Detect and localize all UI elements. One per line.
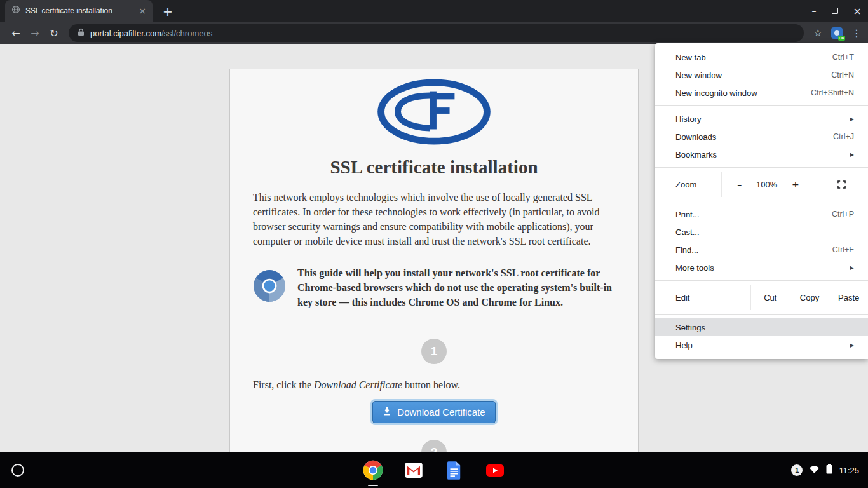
- clock: 11:25: [839, 466, 859, 475]
- menu-item-find[interactable]: Find... Ctrl+F: [655, 241, 868, 259]
- page-title: SSL certificate installation: [253, 157, 615, 178]
- guide-block: This guide will help you install your ne…: [253, 266, 615, 310]
- close-icon[interactable]: ×: [853, 5, 862, 17]
- submenu-arrow-icon: ▶: [850, 152, 854, 158]
- instruction-prefix: First, click the: [253, 379, 314, 390]
- launcher-button[interactable]: [11, 464, 24, 477]
- status-tray[interactable]: 1 11:25: [791, 452, 859, 488]
- submenu-arrow-icon: ▶: [850, 342, 854, 348]
- url-host: portal.cipafilter.com: [90, 29, 161, 38]
- forward-icon[interactable]: →: [25, 27, 44, 39]
- url-text: portal.cipafilter.com/ssl/chromeos: [90, 27, 212, 39]
- notification-badge: 1: [791, 464, 803, 476]
- chromium-logo-icon: [253, 269, 286, 305]
- battery-icon: [826, 464, 832, 477]
- instruction-button-name: Download Certificate: [314, 379, 402, 390]
- intro-paragraph: This network employs technologies which …: [253, 191, 615, 249]
- wifi-icon: [809, 464, 820, 477]
- zoom-in-button[interactable]: +: [788, 179, 803, 189]
- extension-badge: OK: [838, 36, 845, 41]
- menu-item-zoom: Zoom – 100% +: [655, 172, 868, 197]
- cut-button[interactable]: Cut: [750, 285, 790, 310]
- cipafilter-logo-icon: [253, 78, 615, 148]
- menu-item-new-incognito-window[interactable]: New incognito window Ctrl+Shift+N: [655, 84, 868, 102]
- menu-separator: [655, 280, 868, 281]
- bookmark-star-icon[interactable]: ☆: [814, 27, 822, 39]
- download-icon: [383, 407, 391, 417]
- zoom-out-button[interactable]: –: [733, 179, 745, 189]
- menu-item-settings[interactable]: Settings: [655, 318, 868, 336]
- download-button-label: Download Certificate: [397, 407, 485, 417]
- menu-item-bookmarks[interactable]: Bookmarks ▶: [655, 146, 868, 163]
- fullscreen-button[interactable]: [815, 172, 868, 197]
- chrome-app-icon[interactable]: [363, 460, 383, 480]
- youtube-app-icon[interactable]: [485, 460, 505, 480]
- step1-instruction: First, click the Download Certificate bu…: [253, 379, 615, 391]
- instruction-suffix: button below.: [402, 379, 460, 390]
- browser-tab[interactable]: SSL certificate installation ×: [5, 0, 153, 22]
- submenu-arrow-icon: ▶: [850, 265, 854, 271]
- submenu-arrow-icon: ▶: [850, 116, 854, 122]
- menu-item-history[interactable]: History ▶: [655, 110, 868, 128]
- gmail-app-icon[interactable]: [403, 460, 424, 480]
- menu-item-help[interactable]: Help ▶: [655, 336, 868, 354]
- copy-button[interactable]: Copy: [790, 285, 829, 310]
- paste-button[interactable]: Paste: [829, 285, 868, 310]
- maximize-icon[interactable]: [832, 8, 838, 14]
- menu-item-more-tools[interactable]: More tools ▶: [655, 259, 868, 276]
- shelf: 1 11:25: [0, 452, 868, 488]
- site-favicon-icon: [11, 5, 20, 17]
- reload-icon[interactable]: ↻: [44, 27, 64, 39]
- content-card: SSL certificate installation This networ…: [229, 69, 639, 452]
- zoom-level: 100%: [756, 180, 777, 189]
- screen: SSL certificate installation × + – × ← →…: [0, 0, 868, 488]
- menu-separator: [655, 105, 868, 106]
- zoom-controls: – 100% +: [722, 172, 815, 197]
- extension-icon[interactable]: OK: [831, 27, 843, 39]
- menu-item-edit: Edit Cut Copy Paste: [655, 285, 868, 310]
- active-app-indicator: [368, 485, 378, 486]
- menu-separator: [655, 167, 868, 168]
- menu-item-new-window[interactable]: New window Ctrl+N: [655, 66, 868, 84]
- guide-text: This guide will help you install your ne…: [297, 266, 615, 310]
- menu-item-downloads[interactable]: Downloads Ctrl+J: [655, 128, 868, 146]
- browser-toolbar: ← → ↻ portal.cipafilter.com/ssl/chromeos…: [0, 22, 868, 44]
- tab-strip: SSL certificate installation × + – ×: [0, 0, 868, 22]
- menu-item-print[interactable]: Print... Ctrl+P: [655, 205, 868, 223]
- window-controls: – ×: [812, 0, 862, 22]
- zoom-label: Zoom: [655, 172, 722, 197]
- step-2-badge: 2: [421, 440, 447, 452]
- menu-item-cast[interactable]: Cast...: [655, 223, 868, 241]
- minimize-icon[interactable]: –: [812, 6, 817, 16]
- menu-item-new-tab[interactable]: New tab Ctrl+T: [655, 48, 868, 66]
- new-tab-button[interactable]: +: [163, 4, 173, 18]
- tab-close-icon[interactable]: ×: [139, 6, 146, 15]
- address-bar[interactable]: portal.cipafilter.com/ssl/chromeos: [69, 24, 804, 42]
- edit-label: Edit: [655, 285, 750, 310]
- browser-menu: New tab Ctrl+T New window Ctrl+N New inc…: [655, 43, 868, 359]
- menu-separator: [655, 201, 868, 201]
- url-path: /ssl/chromeos: [161, 29, 212, 38]
- lock-icon: [78, 27, 85, 39]
- shelf-apps: [363, 452, 505, 488]
- download-certificate-button[interactable]: Download Certificate: [372, 401, 495, 423]
- menu-separator: [655, 314, 868, 315]
- step-1-badge: 1: [421, 339, 447, 364]
- back-icon[interactable]: ←: [6, 27, 25, 39]
- browser-menu-icon[interactable]: ⋮: [851, 27, 862, 39]
- docs-app-icon[interactable]: [444, 460, 465, 480]
- tab-title: SSL certificate installation: [25, 6, 133, 15]
